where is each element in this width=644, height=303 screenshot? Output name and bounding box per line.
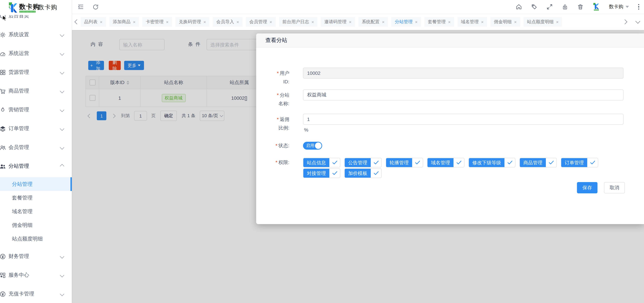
check-icon[interactable] <box>329 158 340 167</box>
tab-close-icon[interactable]: × <box>236 19 239 24</box>
sidebar-submenu-substations: 分站管理 套餐管理 域名管理 佣金明细 站点额度明细 <box>0 177 72 246</box>
grid-icon <box>0 68 6 76</box>
check-icon[interactable] <box>329 169 340 178</box>
sidebar-item-label: 系统设置 <box>8 31 29 38</box>
site-name-field[interactable] <box>303 89 624 100</box>
tabs-list-dropdown-icon[interactable] <box>636 14 640 30</box>
tab[interactable]: 会员管理 × <box>246 17 276 27</box>
sidebar-item-substations[interactable]: 分站管理 <box>0 157 72 176</box>
tab-label: 套餐管理 <box>428 19 446 25</box>
check-icon[interactable] <box>587 158 598 167</box>
tab-close-icon[interactable]: × <box>481 19 484 24</box>
tab[interactable]: 会员导入 × <box>213 17 242 27</box>
user-avatar[interactable] <box>592 3 600 11</box>
topbar: 数卡购 <box>72 0 644 14</box>
tab-close-icon[interactable]: × <box>415 19 418 24</box>
permission-chip[interactable]: 商品管理 <box>520 158 557 167</box>
sidebar-item-recharge-cards[interactable]: 充值卡管理 <box>0 285 72 303</box>
tab[interactable]: 卡密管理 × <box>142 17 172 27</box>
modules-icon <box>0 272 6 279</box>
permission-chip[interactable]: 修改下级等级 <box>468 158 516 167</box>
sidebar-item-members[interactable]: 会员管理 <box>0 138 72 157</box>
permission-chip[interactable]: 订单管理 <box>561 158 598 167</box>
modal-header: 查看分站 <box>256 33 644 47</box>
check-icon[interactable] <box>412 158 423 167</box>
tab[interactable]: 兑换码管理 × <box>176 17 210 27</box>
tabs-scroll-left-icon[interactable] <box>75 14 79 30</box>
tab-label: 前台用户日志 <box>282 19 309 25</box>
user-menu[interactable]: 数卡购 <box>609 4 629 10</box>
sidebar-item-system-operation[interactable]: 系统运营 <box>0 44 72 63</box>
tab[interactable]: 邀请码管理 × <box>321 17 355 27</box>
more-menu-icon[interactable] <box>637 3 640 10</box>
tab-close-icon[interactable]: × <box>204 19 206 24</box>
yen-circle-icon <box>0 253 6 260</box>
permission-chip-label: 域名管理 <box>428 158 454 167</box>
user-name: 数卡购 <box>609 4 623 10</box>
permission-chip[interactable]: 轮播管理 <box>386 158 423 167</box>
sidebar-item-supply[interactable]: 货源管理 <box>0 63 72 82</box>
home-icon[interactable] <box>515 3 522 10</box>
tab[interactable]: 套餐管理 × <box>424 17 454 27</box>
sidebar-subitem-package-management[interactable]: 套餐管理 <box>0 191 72 205</box>
sidebar-item-finance[interactable]: 财务管理 <box>0 247 72 266</box>
tab-close-icon[interactable]: × <box>312 19 314 24</box>
tag-icon[interactable] <box>530 3 538 10</box>
tab-close-icon[interactable]: × <box>556 19 558 24</box>
sidebar-item-label: 服务中心 <box>8 272 29 279</box>
sidebar-item-products[interactable]: 商品管理 <box>0 82 72 100</box>
tab[interactable]: 品列表 × <box>81 17 106 27</box>
sidebar-subitem-substation-management[interactable]: 分站管理 <box>0 177 72 191</box>
sidebar-item-marketing[interactable]: 营销管理 <box>0 100 72 119</box>
lock-icon[interactable] <box>562 3 568 10</box>
percent-suffix: % <box>304 127 308 133</box>
check-icon[interactable] <box>546 158 556 167</box>
tab[interactable]: 添加商品 × <box>109 17 139 27</box>
permission-chip[interactable]: 公告管理 <box>344 158 382 167</box>
check-icon[interactable] <box>504 158 515 167</box>
tab-close-icon[interactable]: × <box>448 19 450 24</box>
collapse-sidebar-icon[interactable] <box>77 3 84 10</box>
tab-close-icon[interactable]: × <box>382 19 384 24</box>
sidebar-subitem-commission-detail[interactable]: 佣金明细 <box>0 218 72 232</box>
cancel-button[interactable]: 取消 <box>604 182 625 193</box>
tab-close-icon[interactable]: × <box>349 19 352 24</box>
sidebar-item-service-center[interactable]: 服务中心 <box>0 266 72 285</box>
sidebar-item-system-settings[interactable]: 系统设置 <box>0 25 72 44</box>
layers-icon <box>0 125 6 132</box>
tab-close-icon[interactable]: × <box>100 19 102 24</box>
rebate-ratio-field[interactable] <box>303 114 624 125</box>
tab-close-icon[interactable]: × <box>270 19 272 24</box>
check-icon[interactable] <box>371 169 381 178</box>
fullscreen-icon[interactable] <box>546 3 553 10</box>
user-id-field[interactable] <box>303 68 624 79</box>
sidebar-subitem-site-quota-detail[interactable]: 站点额度明细 <box>0 232 72 246</box>
required-asterisk: * <box>276 160 277 165</box>
permission-chip[interactable]: 域名管理 <box>427 158 464 167</box>
permission-chip[interactable]: 站点信息 <box>303 158 340 167</box>
tab-close-icon[interactable]: × <box>166 19 168 24</box>
status-toggle[interactable]: 启用 <box>303 142 322 150</box>
tab[interactable]: 佣金明细 × <box>490 17 520 27</box>
sidebar-item-orders[interactable]: 订单管理 <box>0 119 72 138</box>
save-button[interactable]: 保存 <box>577 182 598 193</box>
tab[interactable]: 前台用户日志 × <box>279 17 318 27</box>
check-icon[interactable] <box>371 158 381 167</box>
sidebar-menu: 后台首页 系统设置 系统运营 货源管理 <box>0 6 72 303</box>
refresh-icon[interactable] <box>92 3 99 10</box>
logo-text: 数卡购 <box>38 3 58 11</box>
permission-chip[interactable]: 对接管理 <box>303 168 340 178</box>
check-icon[interactable] <box>454 158 464 167</box>
trash-icon[interactable] <box>577 3 584 10</box>
tabs-scroll-right-icon[interactable] <box>623 14 626 30</box>
tab[interactable]: 系统配置 × <box>358 17 388 27</box>
permission-chip[interactable]: 加价模板 <box>344 168 382 178</box>
tab[interactable]: 域名管理 × <box>458 17 487 27</box>
tab[interactable]: 站点额度明细 × <box>524 17 562 27</box>
sidebar-subitem-label: 佣金明细 <box>12 222 32 228</box>
sidebar-subitem-domain-management[interactable]: 域名管理 <box>0 205 72 218</box>
tab-close-icon[interactable]: × <box>133 19 136 24</box>
permissions-group: 站点信息 公告管理 轮播管理 <box>303 158 631 179</box>
tab[interactable]: 分站管理 × <box>392 17 421 27</box>
tab-close-icon[interactable]: × <box>514 19 516 24</box>
